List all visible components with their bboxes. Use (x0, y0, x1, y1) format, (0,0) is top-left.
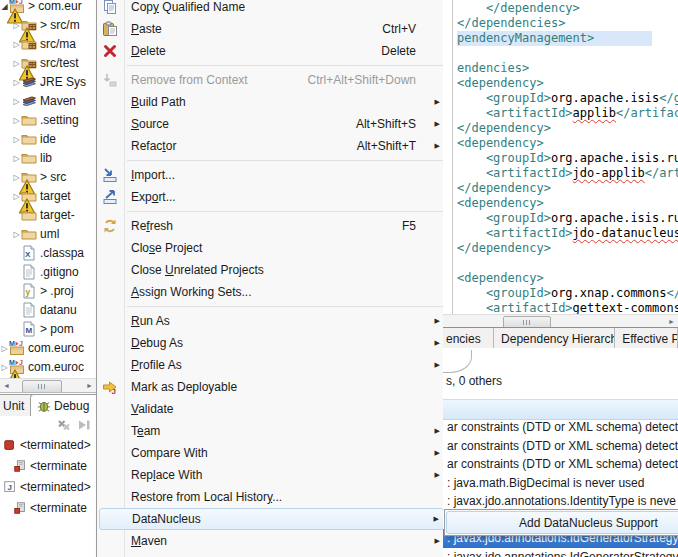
menu-item-datanucleus[interactable]: DataNucleus▶ (99, 508, 444, 530)
menu-item-label: Source (131, 117, 169, 131)
menu-item-replace-with[interactable]: Replace With▶ (97, 464, 446, 486)
datanucleus-submenu: Add DataNucleus Support (444, 509, 678, 536)
collapsed-expander-icon[interactable]: ▷ (12, 230, 21, 239)
tree-item-com-euroc[interactable]: ▷MJcom.euroc (0, 339, 96, 358)
launch-item[interactable]: J<terminated> (0, 477, 96, 498)
menu-item-validate[interactable]: Validate (97, 398, 446, 420)
tree-item-setting[interactable]: ▷.setting (0, 111, 96, 130)
menu-item-profile-as[interactable]: Profile As▶ (97, 354, 446, 376)
collapsed-expander-icon[interactable]: ▷ (12, 78, 21, 87)
menu-item-remove-from-context[interactable]: Remove from ContextCtrl+Alt+Shift+Down (97, 69, 446, 91)
problem-row[interactable]: ar constraints (DTD or XML schema) detec… (443, 455, 678, 474)
menu-item-mark-as-deployable[interactable]: JMark as Deployable (97, 376, 446, 398)
debug-view-tabbar: Unit Debug (0, 393, 96, 416)
collapsed-expander-icon[interactable]: ▷ (12, 116, 21, 125)
menu-item-build-path[interactable]: Build Path▶ (97, 91, 446, 113)
collapsed-expander-icon[interactable]: ▷ (12, 97, 21, 106)
export-icon (102, 189, 118, 205)
problem-row[interactable]: ar constraints (DTD or XML schema) detec… (443, 437, 678, 456)
menu-item-delete[interactable]: DeleteDelete (97, 40, 446, 62)
menu-item-shortcut: Alt+Shift+S (356, 117, 416, 131)
launch-item[interactable]: <terminate (0, 456, 96, 477)
problem-row[interactable]: : javax.jdo.annotations.IdentityType is … (443, 492, 678, 511)
tree-item-label: src/test (40, 56, 79, 70)
menu-item-label: Compare With (131, 446, 208, 460)
collapsed-expander-icon[interactable]: ▷ (0, 344, 9, 353)
package-explorer-tree: ◢MJ> com.eur▷> src/m▷src/ma▷src/test▷JRE… (0, 0, 96, 378)
tree-item-src[interactable]: ▷> src (0, 168, 96, 187)
menu-item-assign-working-sets[interactable]: Assign Working Sets... (97, 281, 446, 303)
terminate-all-icon[interactable] (56, 417, 72, 433)
menu-item-label: Debug As (131, 336, 183, 350)
tree-item-maven[interactable]: ▷Maven (0, 92, 96, 111)
menu-item-source[interactable]: SourceAlt+Shift+S▶ (97, 113, 446, 135)
menu-item-debug-as[interactable]: Debug As▶ (97, 332, 446, 354)
tree-item-src-ma[interactable]: ▷src/ma (0, 35, 96, 54)
tree-item-src-m[interactable]: ▷> src/m (0, 16, 96, 35)
tree-item-datanu[interactable]: datanu (0, 301, 96, 320)
folder-icon (21, 226, 37, 242)
problem-row[interactable]: : java.math.BigDecimal is never used (443, 474, 678, 493)
menu-separator (97, 303, 446, 310)
collapsed-expander-icon[interactable]: ▷ (12, 135, 21, 144)
launch-item-label: <terminate (30, 459, 87, 473)
menu-item-compare-with[interactable]: Compare With▶ (97, 442, 446, 464)
menu-item-close-unrelated-projects[interactable]: Close Unrelated Projects (97, 259, 446, 281)
paste-icon (102, 21, 118, 37)
editor-horizontal-scrollbar[interactable]: ► (443, 314, 678, 328)
folder-icon (21, 169, 37, 185)
code-line: <artifactId>gettext-commons< (457, 301, 678, 315)
launch-item[interactable]: <terminated> (0, 435, 96, 456)
menu-item-run-as[interactable]: Run As▶ (97, 310, 446, 332)
tree-item-com-euroc[interactable]: ▷MJcom.euroc (0, 358, 96, 377)
tree-item-pom[interactable]: M> pom (0, 320, 96, 339)
page-tab-dependency-hierarchy[interactable]: Dependency Hierarchy (494, 328, 615, 349)
tree-item-target[interactable]: ▷target (0, 187, 96, 206)
menu-item-import[interactable]: Import... (97, 164, 446, 186)
scroll-right-arrow-icon[interactable]: ► (83, 380, 96, 392)
tab-debug[interactable]: Debug (30, 394, 106, 416)
tree-item-jre-sys[interactable]: ▷JRE Sys (0, 73, 96, 92)
collapsed-expander-icon[interactable]: ▷ (12, 40, 21, 49)
svg-text:M: M (9, 359, 15, 366)
tree-item-proj[interactable]: y> .proj (0, 282, 96, 301)
tree-item-gitigno[interactable]: .gitigno (0, 263, 96, 282)
xml-source-code[interactable]: </dependency></dependencies>pendencyMana… (457, 1, 678, 315)
tree-item-label: com.euroc (28, 341, 84, 355)
tree-horizontal-scrollbar[interactable]: ◄ ► (0, 378, 96, 393)
menu-item-close-project[interactable]: Close Project (97, 237, 446, 259)
tree-item-uml[interactable]: ▷uml (0, 225, 96, 244)
relaunch-icon[interactable] (76, 417, 92, 433)
page-tab-encies[interactable]: encies (443, 328, 494, 349)
svg-text:M: M (9, 340, 15, 347)
menu-item-export[interactable]: Export... (97, 186, 446, 208)
menu-item-shortcut: Ctrl+Alt+Shift+Down (308, 73, 416, 87)
menu-item-shortcut: Alt+Shift+T (357, 139, 416, 153)
tree-item-src-test[interactable]: ▷src/test (0, 54, 96, 73)
menu-item-label: Team (131, 424, 160, 438)
menu-item-restore-from-local-history[interactable]: Restore from Local History... (97, 486, 446, 508)
problem-row[interactable]: : javax.jdo.annotations.IdGeneratorStrat… (443, 548, 678, 557)
tree-item-com-eur[interactable]: ◢MJ> com.eur (0, 0, 96, 16)
page-tab-effective-p[interactable]: Effective P (615, 328, 678, 349)
menu-item-maven[interactable]: Maven▶ (97, 530, 446, 552)
code-line: </dependency> (457, 121, 678, 136)
problem-row[interactable]: ar constraints (DTD or XML schema) detec… (443, 418, 678, 437)
menu-item-refresh[interactable]: RefreshF5 (97, 215, 446, 237)
svg-text:y: y (26, 287, 31, 297)
menu-item-team[interactable]: Team▶ (97, 420, 446, 442)
code-line: <dependency> (457, 271, 678, 286)
menu-item-copy-qualified-name[interactable]: Copy Qualified Name (97, 0, 446, 18)
pom-xml-editor[interactable]: </dependency></dependencies>pendencyMana… (443, 0, 678, 315)
tree-item-ide[interactable]: ▷ide (0, 130, 96, 149)
problems-group-header-row[interactable] (443, 399, 678, 420)
submenu-item-add-datanucleus-support[interactable]: Add DataNucleus Support (446, 511, 678, 534)
menu-item-refactor[interactable]: RefactorAlt+Shift+T▶ (97, 135, 446, 157)
tree-item-lib[interactable]: ▷lib (0, 149, 96, 168)
tree-item-classpa[interactable]: X.classpa (0, 244, 96, 263)
collapsed-expander-icon[interactable]: ▷ (12, 154, 21, 163)
tree-item-target[interactable]: target- (0, 206, 96, 225)
menu-item-paste[interactable]: PasteCtrl+V (97, 18, 446, 40)
launch-item[interactable]: <terminate (0, 497, 96, 518)
scroll-left-arrow-icon[interactable]: ◄ (0, 380, 13, 392)
